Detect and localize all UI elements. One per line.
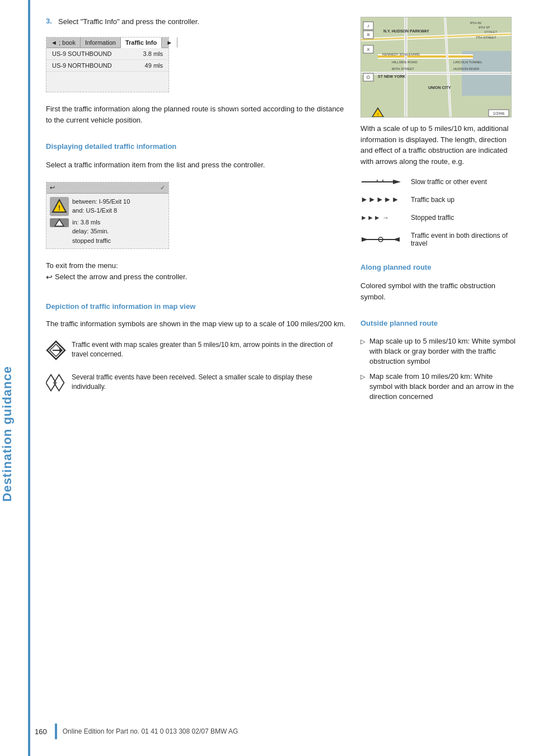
- map-symbol-row-1: Traffic event with map scales greater th…: [46, 340, 347, 360]
- back-arrow-text: Select the arrow and press the controlle…: [55, 271, 187, 283]
- traffic-slow-row: Slow traffic or other event: [360, 178, 517, 186]
- svg-text:→: →: [383, 196, 391, 204]
- footer-blue-bar: [55, 724, 57, 739]
- map-symbol-icon-2: [46, 373, 66, 393]
- svg-text:STREET: STREET: [484, 30, 498, 34]
- route-northbound: US-9 NORTHBOUND: [52, 62, 112, 69]
- dist-northbound: 49 mls: [145, 62, 163, 69]
- exit-instruction: To exit from the menu: ↩ Select the arro…: [46, 260, 347, 283]
- ui-row-empty1: [46, 72, 168, 82]
- section-along-route: Along planned route: [360, 263, 517, 271]
- sidebar-title: Destination guidance: [0, 366, 15, 501]
- svg-text:UNION CITY: UNION CITY: [428, 86, 451, 90]
- svg-marker-53: [362, 237, 368, 242]
- route-southbound: US-9 SOUTHBOUND: [52, 50, 111, 57]
- svg-text:!: !: [58, 204, 60, 212]
- svg-text:N.Y. HUDSON PARKWAY: N.Y. HUDSON PARKWAY: [383, 29, 429, 33]
- svg-text:!: !: [377, 112, 378, 117]
- outside-route-item-1: ▷ Map scale up to 5 miles/10 km: White s…: [360, 336, 517, 367]
- detail-type: stopped traffic: [72, 236, 130, 246]
- svg-text:7TH STREET: 7TH STREET: [476, 36, 496, 39]
- traffic-backup-icon: ►►►►► →: [360, 196, 405, 204]
- traffic-stopped-icon: ►►► →: [360, 214, 405, 222]
- ui-mockup-rows: US-9 SOUTHBOUND 3.8 mls US-9 NORTHBOUND …: [46, 48, 168, 92]
- svg-text:KENNEDY SOULEVARD: KENNEDY SOULEVARD: [382, 53, 420, 56]
- tab-arrow-right[interactable]: ►: [162, 37, 177, 48]
- traffic-backup-row: ►►►►► → Traffic back up: [360, 196, 517, 204]
- map-symbol-row-2: Several traffic events have been receive…: [46, 373, 347, 393]
- svg-marker-48: [393, 180, 401, 184]
- section-heading-map: Depiction of traffic information in map …: [46, 302, 347, 311]
- detail-checkmark-icon: ✓: [160, 184, 165, 191]
- ui-row-southbound: US-9 SOUTHBOUND 3.8 mls: [46, 48, 168, 60]
- traffic-both-icon: [360, 236, 405, 243]
- svg-text:HILLSIDE ROAD: HILLSIDE ROAD: [392, 60, 418, 64]
- map-image-mockup: N.Y. HUDSON PARKWAY KENNEDY SOULEVARD HI…: [360, 17, 512, 118]
- svg-text:ST NEW YORK: ST NEW YORK: [378, 74, 405, 78]
- map-description: With a scale of up to 5 miles/10 km, add…: [360, 123, 517, 167]
- outside-route-item-2: ▷ Map scale from 10 miles/20 km: White s…: [360, 372, 517, 402]
- svg-text:HUDSON RIVER: HUDSON RIVER: [453, 67, 480, 71]
- svg-marker-2: [55, 219, 64, 226]
- traffic-both-row: Traffic event in both directions of trav…: [360, 232, 517, 247]
- svg-text:►►► →: ►►► →: [360, 214, 389, 222]
- section-map-text: The traffic information symbols are show…: [46, 318, 347, 330]
- tab-book[interactable]: ◄ ; book: [46, 37, 81, 48]
- page-footer: 160 Online Edition for Part no. 01 41 0 …: [35, 724, 517, 739]
- traffic-stopped-row: ►►► → Stopped traffic: [360, 214, 517, 222]
- footer-page-number: 160: [35, 727, 47, 736]
- outside-route-text-1: Map scale up to 5 miles/10 km: White sym…: [369, 336, 517, 367]
- detail-warning-icon: !: [50, 197, 69, 216]
- detail-mockup-text: between: I-95/Exit 10 and: US-1/Exit 8 i…: [72, 197, 130, 246]
- section-outside-route: Outside planned route: [360, 319, 517, 327]
- back-arrow-icon: ↩: [46, 271, 53, 283]
- traffic-info-ui-mockup: ◄ ; book Information Traffic Info ► US-9…: [46, 37, 169, 92]
- step3-instruction: 3. Select "Traffic Info" and press the c…: [46, 17, 347, 27]
- tab-information[interactable]: Information: [81, 37, 121, 48]
- detail-arrow-up-icon: [50, 218, 69, 227]
- description1: First the traffic information along the …: [46, 104, 347, 125]
- detail-delay: delay: 35min.: [72, 227, 130, 236]
- ui-mockup-tabs: ◄ ; book Information Traffic Info ►: [46, 37, 168, 48]
- exit-text: To exit from the menu:: [46, 260, 347, 271]
- svg-text:8TH AV: 8TH AV: [470, 21, 481, 25]
- along-route-text: Colored symbol with the traffic obstruct…: [360, 280, 517, 302]
- main-content: 3. Select "Traffic Info" and press the c…: [35, 0, 534, 756]
- step3-text: Select "Traffic Info" and press the cont…: [58, 17, 199, 27]
- svg-marker-55: [393, 237, 400, 242]
- svg-text:►►►►►: ►►►►►: [360, 196, 399, 204]
- detail-distance: in: 3.8 mls: [72, 218, 130, 227]
- svg-text:♪: ♪: [367, 23, 370, 29]
- map-symbol-text-1: Traffic event with map scales greater th…: [72, 340, 347, 359]
- outside-route-list: ▷ Map scale up to 5 miles/10 km: White s…: [360, 336, 517, 406]
- map-symbol-text-2: Several traffic events have been receive…: [72, 373, 347, 392]
- map-symbol-icon-1: [46, 340, 66, 360]
- svg-text:X: X: [367, 47, 370, 52]
- svg-text:60TH STREET: 60TH STREET: [392, 67, 414, 71]
- svg-text:9TH ST: 9TH ST: [479, 26, 490, 29]
- tab-traffic-info[interactable]: Traffic Info: [121, 37, 162, 48]
- detail-and: and: US-1/Exit 8: [72, 206, 130, 215]
- detail-mockup-header: ↩ ✓: [46, 182, 168, 194]
- sidebar: Destination guidance: [0, 0, 35, 756]
- detail-traffic-mockup: ↩ ✓ !: [46, 182, 169, 250]
- bullet-triangle-1: ▷: [360, 337, 365, 367]
- back-arrow-line: ↩ Select the arrow and press the control…: [46, 271, 347, 283]
- svg-text:1/2mls: 1/2mls: [493, 111, 505, 115]
- top-section: 3. Select "Traffic Info" and press the c…: [46, 17, 517, 406]
- svg-text:LINCOLN TUNNEL: LINCOLN TUNNEL: [453, 60, 483, 64]
- bullet-triangle-2: ▷: [360, 373, 365, 402]
- traffic-stopped-label: Stopped traffic: [411, 214, 454, 222]
- section-detailed-text: Select a traffic information item from t…: [46, 159, 347, 171]
- left-column: 3. Select "Traffic Info" and press the c…: [46, 17, 347, 406]
- detail-back-icon: ↩: [50, 184, 55, 191]
- right-column: N.Y. HUDSON PARKWAY KENNEDY SOULEVARD HI…: [360, 17, 517, 406]
- detail-between: between: I-95/Exit 10: [72, 197, 130, 206]
- footer-text: Online Edition for Part no. 01 41 0 013 …: [63, 727, 238, 735]
- svg-text:⊙: ⊙: [366, 74, 371, 80]
- section-heading-detailed: Displaying detailed traffic information: [46, 142, 347, 151]
- traffic-backup-label: Traffic back up: [411, 196, 455, 204]
- outside-route-text-2: Map scale from 10 miles/20 km: White sym…: [369, 372, 517, 402]
- detail-mockup-body: ! between: I-95/Exit 10 and: US: [46, 194, 168, 249]
- traffic-both-label: Traffic event in both directions of trav…: [411, 232, 517, 247]
